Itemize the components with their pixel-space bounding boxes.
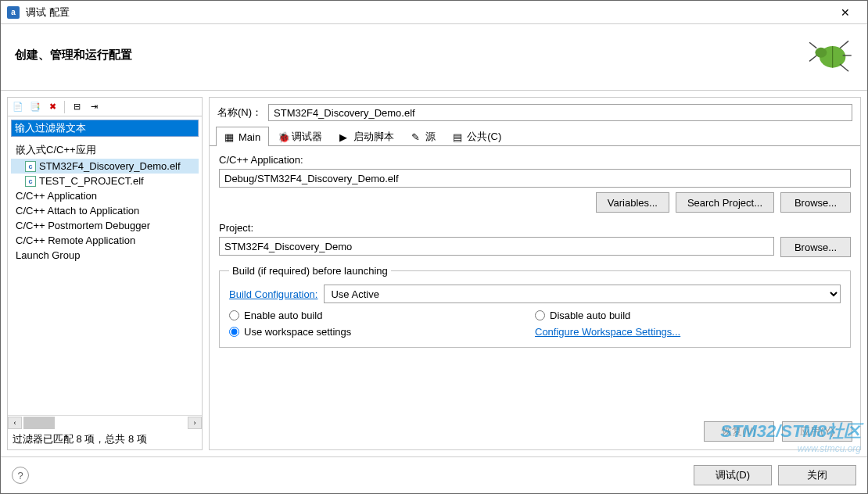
new-config-icon[interactable]: 📄 xyxy=(11,100,25,114)
tab-label: 调试器 xyxy=(292,130,322,144)
apply-button[interactable]: 应用(Y) xyxy=(782,421,852,442)
tab-main[interactable]: ▦Main xyxy=(216,127,269,146)
left-panel: 📄 📑 ✖ ⊟ ⇥ 嵌入式C/C++应用cSTM32F4_Discovery_D… xyxy=(7,97,203,450)
tree-item-label: C/C++ Attach to Application xyxy=(16,205,139,217)
build-config-select[interactable]: Use Active xyxy=(324,285,841,303)
svg-line-5 xyxy=(840,41,848,48)
revert-button[interactable]: 恢复(V) xyxy=(704,421,774,442)
tab-icon: ▶ xyxy=(339,131,350,142)
project-input[interactable] xyxy=(219,237,774,256)
duplicate-icon[interactable]: 📑 xyxy=(28,100,42,114)
app-path-input[interactable] xyxy=(219,169,851,188)
separator xyxy=(64,101,65,113)
tab-调试器[interactable]: 🐞调试器 xyxy=(269,127,331,146)
tree-item-label: C/C++ Application xyxy=(16,190,97,202)
scroll-left-icon[interactable]: ‹ xyxy=(8,417,22,429)
name-input[interactable] xyxy=(268,104,852,121)
build-legend: Build (if required) before launching xyxy=(229,265,391,277)
tab-icon: ▦ xyxy=(224,131,235,142)
tree-file-item[interactable]: cSTM32F4_Discovery_Demo.elf xyxy=(11,159,199,174)
svg-line-7 xyxy=(840,64,848,71)
scroll-thumb[interactable] xyxy=(23,417,55,429)
debug-button[interactable]: 调试(D) xyxy=(694,465,772,485)
tree-item-label: C/C++ Remote Application xyxy=(16,234,135,246)
page-heading: 创建、管理和运行配置 xyxy=(15,48,806,63)
tree-group-item[interactable]: C/C++ Attach to Application xyxy=(11,203,199,218)
name-label: 名称(N)： xyxy=(217,106,262,120)
browse-project-button[interactable]: Browse... xyxy=(780,237,851,257)
tree-group-item[interactable]: C/C++ Remote Application xyxy=(11,233,199,248)
tab-icon: 🐞 xyxy=(278,131,289,142)
body: 📄 📑 ✖ ⊟ ⇥ 嵌入式C/C++应用cSTM32F4_Discovery_D… xyxy=(1,91,867,456)
svg-line-4 xyxy=(809,55,816,61)
svg-point-1 xyxy=(815,48,827,58)
project-label: Project: xyxy=(219,222,851,234)
tree-group-item[interactable]: Launch Group xyxy=(11,248,199,263)
tab-label: 启动脚本 xyxy=(353,130,394,144)
tab-label: 公共(C) xyxy=(467,130,501,144)
close-button[interactable]: 关闭 xyxy=(778,465,856,485)
app-icon: a xyxy=(7,6,20,19)
delete-icon[interactable]: ✖ xyxy=(45,100,59,114)
tree-file-item[interactable]: cTEST_C_PROJECT.elf xyxy=(11,174,199,188)
tab-label: 源 xyxy=(425,130,436,144)
titlebar: a 调试 配置 ✕ xyxy=(1,1,867,24)
variables-button[interactable]: Variables... xyxy=(596,192,669,213)
tree-group-item[interactable]: C/C++ Postmortem Debugger xyxy=(11,218,199,233)
tab-main-content: C/C++ Application: Variables... Search P… xyxy=(210,146,860,413)
expand-icon[interactable]: ⊟ xyxy=(70,100,84,114)
filter-icon[interactable]: ⇥ xyxy=(87,100,101,114)
tree-item-label: Launch Group xyxy=(16,249,80,261)
name-row: 名称(N)： xyxy=(210,98,860,126)
tree-item-label: TEST_C_PROJECT.elf xyxy=(39,175,144,187)
help-icon[interactable]: ? xyxy=(12,467,29,484)
tree-item-label: STM32F4_Discovery_Demo.elf xyxy=(39,160,181,172)
filter-status: 过滤器已匹配 8 项，总共 8 项 xyxy=(8,429,202,449)
radio-workspace[interactable]: Use workspace settings xyxy=(229,326,535,338)
config-tree[interactable]: 嵌入式C/C++应用cSTM32F4_Discovery_Demo.elfcTE… xyxy=(8,140,202,415)
svg-line-3 xyxy=(809,42,816,48)
tab-启动脚本[interactable]: ▶启动脚本 xyxy=(331,127,403,146)
browse-app-button[interactable]: Browse... xyxy=(780,192,851,213)
tab-label: Main xyxy=(239,131,260,143)
build-fieldset: Build (if required) before launching Bui… xyxy=(219,265,851,348)
configure-workspace-link[interactable]: Configure Workspace Settings... xyxy=(535,326,841,338)
app-label: C/C++ Application: xyxy=(219,154,851,166)
filter-input[interactable] xyxy=(11,120,199,137)
debug-config-window: a 调试 配置 ✕ 创建、管理和运行配置 📄 📑 ✖ ⊟ ⇥ xyxy=(0,0,868,494)
radio-disable-auto[interactable]: Disable auto build xyxy=(535,310,841,321)
right-panel: 名称(N)： ▦Main🐞调试器▶启动脚本✎源▤公共(C) C/C++ Appl… xyxy=(209,97,861,450)
tab-icon: ✎ xyxy=(411,131,422,142)
horizontal-scrollbar[interactable]: ‹ › xyxy=(8,415,202,429)
tree-group-item[interactable]: 嵌入式C/C++应用 xyxy=(11,141,199,159)
right-footer: 恢复(V) 应用(Y) xyxy=(210,413,860,449)
left-toolbar: 📄 📑 ✖ ⊟ ⇥ xyxy=(8,98,202,116)
header: 创建、管理和运行配置 xyxy=(1,24,867,91)
bottom-bar: ? 调试(D) 关闭 xyxy=(1,456,867,493)
close-icon[interactable]: ✕ xyxy=(830,1,861,24)
tree-item-label: C/C++ Postmortem Debugger xyxy=(16,220,150,231)
c-file-icon: c xyxy=(25,176,36,187)
window-title: 调试 配置 xyxy=(26,5,830,20)
scroll-right-icon[interactable]: › xyxy=(188,417,202,429)
build-config-link[interactable]: Build Configuration: xyxy=(229,288,317,300)
tree-group-item[interactable]: C/C++ Application xyxy=(11,188,199,203)
tree-item-label: 嵌入式C/C++应用 xyxy=(16,143,96,157)
tab-源[interactable]: ✎源 xyxy=(403,127,444,146)
bug-icon xyxy=(806,35,853,74)
tab-公共(c)[interactable]: ▤公共(C) xyxy=(444,127,510,146)
radio-enable-auto[interactable]: Enable auto build xyxy=(229,310,535,321)
tabs: ▦Main🐞调试器▶启动脚本✎源▤公共(C) xyxy=(210,126,860,146)
tab-icon: ▤ xyxy=(453,131,464,142)
search-project-button[interactable]: Search Project... xyxy=(676,192,774,213)
c-file-icon: c xyxy=(25,161,36,172)
